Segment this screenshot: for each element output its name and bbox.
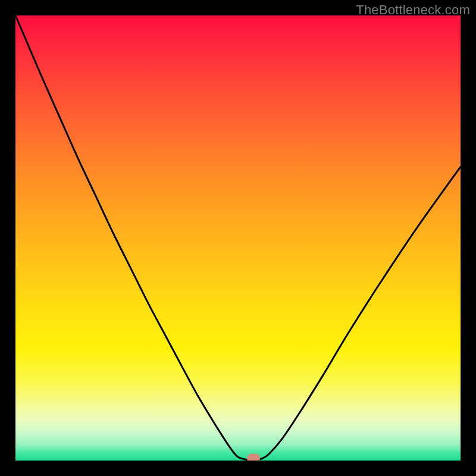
watermark-text: TheBottleneck.com <box>356 2 470 18</box>
chart-frame: TheBottleneck.com <box>0 0 476 476</box>
plot-area <box>15 15 461 461</box>
bottleneck-curve <box>15 15 461 461</box>
optimal-point-marker <box>247 454 260 461</box>
